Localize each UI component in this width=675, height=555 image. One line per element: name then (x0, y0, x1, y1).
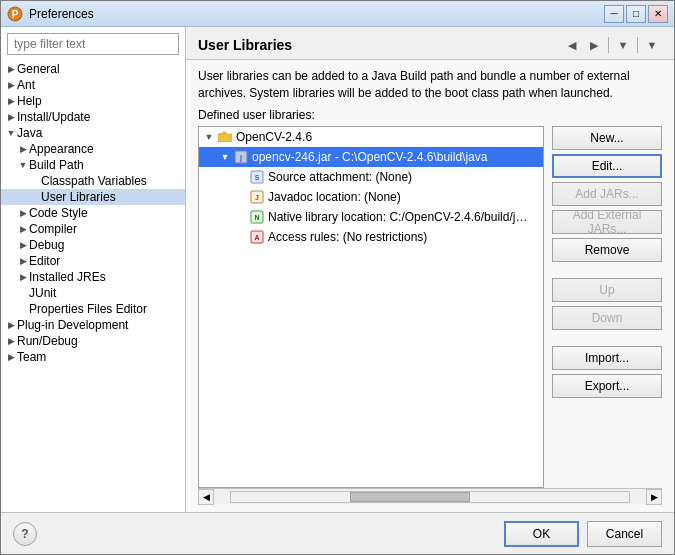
lib-item-label: Access rules: (No restrictions) (268, 230, 427, 244)
lib-item-label: Javadoc location: (None) (268, 190, 401, 204)
source-icon: S (249, 169, 265, 185)
javadoc-icon: J (249, 189, 265, 205)
tree-arrow (235, 212, 247, 222)
sidebar-item-label: Run/Debug (17, 334, 78, 348)
back-button[interactable]: ◀ (562, 35, 582, 55)
export-button[interactable]: Export... (552, 374, 662, 398)
tree-arrow (17, 304, 29, 314)
lib-item-label: Source attachment: (None) (268, 170, 412, 184)
sidebar-item-java[interactable]: ▼ Java (1, 125, 185, 141)
sidebar-item-label: Properties Files Editor (29, 302, 147, 316)
add-jars-button[interactable]: Add JARs... (552, 182, 662, 206)
tree-arrow: ▶ (17, 208, 29, 218)
up-button[interactable]: Up (552, 278, 662, 302)
sidebar-item-compiler[interactable]: ▶ Compiler (1, 221, 185, 237)
search-input[interactable] (7, 33, 179, 55)
tree-arrow: ▶ (17, 224, 29, 234)
lib-item-native-library[interactable]: N Native library location: C:/OpenCV-2.4… (199, 207, 543, 227)
window-icon: P (7, 6, 23, 22)
help-button[interactable]: ? (13, 522, 37, 546)
lib-item-opencv-root[interactable]: ▼ OpenCV-2.4.6 (199, 127, 543, 147)
sidebar-item-debug[interactable]: ▶ Debug (1, 237, 185, 253)
tree-arrow: ▶ (17, 240, 29, 250)
tree-arrow (235, 172, 247, 182)
tree-arrow: ▶ (17, 272, 29, 282)
tree-arrow: ▶ (5, 352, 17, 362)
preferences-window: P Preferences ─ □ ✕ ▶ General ▶ Ant (0, 0, 675, 555)
horizontal-scrollbar[interactable] (230, 491, 630, 503)
sidebar-item-appearance[interactable]: ▶ Appearance (1, 141, 185, 157)
lib-item-opencv-jar[interactable]: ▼ j opencv-246.jar - C:\OpenCV-2.4.6\bui… (199, 147, 543, 167)
menu-button[interactable]: ▼ (642, 35, 662, 55)
panel-title: User Libraries (198, 37, 292, 53)
add-external-jars-button[interactable]: Add External JARs... (552, 210, 662, 234)
scroll-right-button[interactable]: ▶ (646, 489, 662, 505)
folder-icon (217, 129, 233, 145)
scroll-thumb[interactable] (350, 492, 469, 502)
sidebar-item-general[interactable]: ▶ General (1, 61, 185, 77)
sidebar-item-run-debug[interactable]: ▶ Run/Debug (1, 333, 185, 349)
bottom-bar: ? OK Cancel (1, 512, 674, 554)
sidebar-item-junit[interactable]: JUnit (1, 285, 185, 301)
sidebar-item-build-path[interactable]: ▼ Build Path (1, 157, 185, 173)
sidebar: ▶ General ▶ Ant ▶ Help ▶ Install/Update (1, 27, 186, 512)
main-panel: User Libraries ◀ ▶ ▼ ▼ User libraries ca… (186, 27, 674, 512)
tree-arrow (235, 192, 247, 202)
svg-text:P: P (12, 9, 19, 20)
sidebar-item-properties-files-editor[interactable]: Properties Files Editor (1, 301, 185, 317)
sidebar-item-label: Build Path (29, 158, 84, 172)
svg-text:J: J (255, 194, 259, 201)
dropdown-button[interactable]: ▼ (613, 35, 633, 55)
ok-button[interactable]: OK (504, 521, 579, 547)
toolbar-icons: ◀ ▶ ▼ ▼ (562, 35, 662, 55)
remove-button[interactable]: Remove (552, 238, 662, 262)
sidebar-item-code-style[interactable]: ▶ Code Style (1, 205, 185, 221)
lib-item-label: Native library location: C:/OpenCV-2.4.6… (268, 210, 527, 224)
sidebar-item-label: Ant (17, 78, 35, 92)
sidebar-item-user-libraries[interactable]: User Libraries (1, 189, 185, 205)
import-button[interactable]: Import... (552, 346, 662, 370)
description-text: User libraries can be added to a Java Bu… (198, 68, 662, 102)
tree-arrow: ▶ (5, 320, 17, 330)
scroll-left-button[interactable]: ◀ (198, 489, 214, 505)
svg-text:S: S (255, 174, 260, 181)
sidebar-item-label: Compiler (29, 222, 77, 236)
forward-button[interactable]: ▶ (584, 35, 604, 55)
lib-item-access-rules[interactable]: A Access rules: (No restrictions) (199, 227, 543, 247)
sidebar-item-label: General (17, 62, 60, 76)
tree-arrow: ▼ (203, 132, 215, 142)
sidebar-item-help[interactable]: ▶ Help (1, 93, 185, 109)
toolbar-separator (637, 37, 638, 53)
bottom-buttons: OK Cancel (504, 521, 662, 547)
tree-arrow (29, 192, 41, 202)
toolbar-separator (608, 37, 609, 53)
minimize-button[interactable]: ─ (604, 5, 624, 23)
edit-button[interactable]: Edit... (552, 154, 662, 178)
tree-arrow (235, 232, 247, 242)
tree-arrow: ▶ (5, 112, 17, 122)
sidebar-item-classpath-variables[interactable]: Classpath Variables (1, 173, 185, 189)
title-bar: P Preferences ─ □ ✕ (1, 1, 674, 27)
tree-arrow (29, 176, 41, 186)
library-tree[interactable]: ▼ OpenCV-2.4.6 ▼ (198, 126, 544, 488)
restore-button[interactable]: □ (626, 5, 646, 23)
sidebar-item-editor[interactable]: ▶ Editor (1, 253, 185, 269)
sidebar-item-install-update[interactable]: ▶ Install/Update (1, 109, 185, 125)
lib-item-source-attachment[interactable]: S Source attachment: (None) (199, 167, 543, 187)
sidebar-item-plugin-development[interactable]: ▶ Plug-in Development (1, 317, 185, 333)
sidebar-item-installed-jres[interactable]: ▶ Installed JREs (1, 269, 185, 285)
content-area: ▶ General ▶ Ant ▶ Help ▶ Install/Update (1, 27, 674, 512)
sidebar-item-team[interactable]: ▶ Team (1, 349, 185, 365)
tree-arrow: ▼ (219, 152, 231, 162)
lib-item-javadoc-location[interactable]: J Javadoc location: (None) (199, 187, 543, 207)
sidebar-item-ant[interactable]: ▶ Ant (1, 77, 185, 93)
native-icon: N (249, 209, 265, 225)
down-button[interactable]: Down (552, 306, 662, 330)
cancel-button[interactable]: Cancel (587, 521, 662, 547)
sidebar-item-label: Installed JREs (29, 270, 106, 284)
lib-item-label: OpenCV-2.4.6 (236, 130, 312, 144)
sidebar-item-label: Appearance (29, 142, 94, 156)
close-button[interactable]: ✕ (648, 5, 668, 23)
sidebar-item-label: Debug (29, 238, 64, 252)
new-button[interactable]: New... (552, 126, 662, 150)
